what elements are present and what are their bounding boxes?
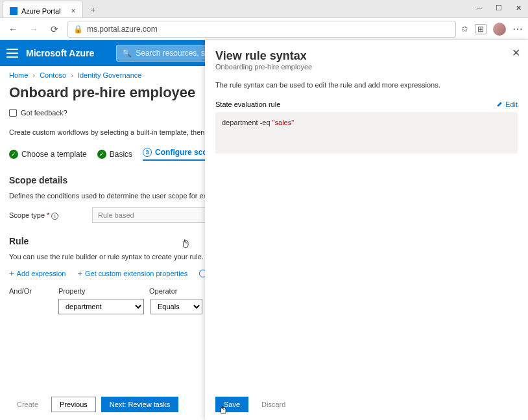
next-button[interactable]: Next: Review tasks	[101, 397, 179, 412]
pencil-icon	[496, 101, 503, 108]
browser-tab[interactable]: Azure Portal ×	[3, 1, 83, 18]
property-select[interactable]: department	[58, 299, 144, 314]
col-property: Property	[58, 287, 149, 295]
url-bar[interactable]: 🔒 ms.portal.azure.com	[67, 21, 456, 38]
add-expression-link[interactable]: + Add expression	[9, 268, 66, 278]
crumb-identity-gov[interactable]: Identity Governance	[78, 71, 141, 79]
wizard-footer: Create Previous Next: Review tasks	[9, 397, 178, 412]
info-icon[interactable]: i	[51, 213, 58, 220]
minimize-button[interactable]: ─	[470, 0, 489, 16]
rule-syntax-panel: ✕ View rule syntax Onboarding pre-hire e…	[205, 40, 528, 420]
check-icon: ✓	[97, 150, 106, 159]
panel-subtitle: Onboarding pre-hire employee	[215, 63, 518, 71]
tab-title: Azure Portal	[21, 7, 61, 15]
check-icon: ✓	[9, 150, 18, 159]
state-rule-label: State evaluation rule	[215, 100, 280, 108]
window-controls: ─ ☐ ✕	[470, 0, 528, 16]
tab-close-icon[interactable]: ×	[71, 6, 76, 16]
search-icon: 🔍	[122, 49, 132, 58]
save-button[interactable]: Save	[215, 397, 248, 412]
maximize-button[interactable]: ☐	[489, 0, 509, 16]
create-button[interactable]: Create	[9, 397, 46, 412]
step-choose-template[interactable]: ✓ Choose a template	[9, 150, 87, 159]
crumb-home[interactable]: Home	[9, 71, 28, 79]
reading-view-icon[interactable]: ✩	[461, 24, 468, 34]
browser-toolbar: ← → ⟳ 🔒 ms.portal.azure.com ✩ ⊞ ⋯	[0, 18, 528, 40]
scope-type-input	[92, 207, 222, 223]
url-text: ms.portal.azure.com	[87, 25, 158, 34]
state-rule-row: State evaluation rule Edit	[215, 100, 518, 108]
back-button[interactable]: ←	[5, 21, 21, 37]
step-basics[interactable]: ✓ Basics	[97, 150, 132, 159]
menu-icon[interactable]: ⋯	[512, 23, 523, 35]
previous-button[interactable]: Previous	[51, 397, 96, 412]
crumb-contoso[interactable]: Contoso	[40, 71, 66, 79]
feedback-icon	[9, 109, 17, 117]
plus-icon: +	[77, 268, 82, 278]
close-window-button[interactable]: ✕	[509, 0, 528, 16]
col-operator: Operator	[149, 287, 201, 295]
scope-type-label: Scope type *i	[9, 211, 92, 220]
panel-close-button[interactable]: ✕	[512, 47, 520, 59]
menu-toggle[interactable]	[6, 49, 18, 58]
discard-button[interactable]: Discard	[254, 397, 293, 412]
forward-button[interactable]: →	[26, 21, 42, 37]
col-andor: And/Or	[9, 287, 58, 295]
plus-icon: +	[9, 268, 14, 278]
tab-favicon	[10, 7, 18, 15]
extensions-icon[interactable]: ⊞	[475, 24, 486, 34]
edit-link[interactable]: Edit	[496, 100, 518, 108]
panel-footer: Save Discard	[215, 397, 293, 412]
rule-syntax-code[interactable]: department -eq "sales"	[215, 112, 518, 154]
profile-avatar[interactable]	[493, 23, 506, 36]
new-tab-button[interactable]: +	[86, 2, 101, 18]
operator-select[interactable]: Equals	[150, 299, 202, 314]
azure-brand[interactable]: Microsoft Azure	[26, 48, 94, 58]
get-custom-properties-link[interactable]: + Get custom extension properties	[77, 268, 187, 278]
lock-icon: 🔒	[73, 25, 83, 34]
refresh-button[interactable]: ⟳	[47, 21, 62, 37]
panel-title: View rule syntax	[215, 49, 518, 63]
browser-tab-strip: Azure Portal × + ─ ☐ ✕	[0, 0, 528, 18]
panel-desc: The rule syntax can be used to edit the …	[215, 81, 518, 89]
step-number-icon: 3	[143, 148, 152, 157]
